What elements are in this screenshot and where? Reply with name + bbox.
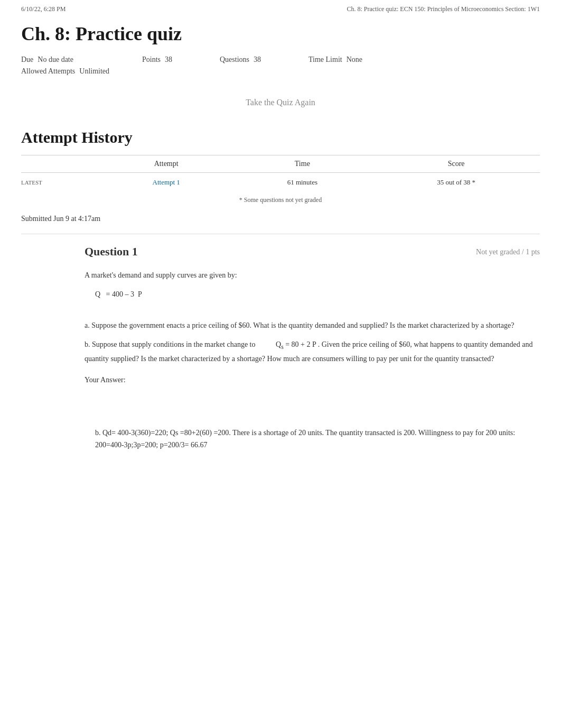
allowed-attempts-value: Unlimited <box>79 67 109 76</box>
attempt-time: 61 minutes <box>232 173 372 192</box>
question-equation: Q = 400 – 3 P <box>95 288 540 301</box>
time-limit-label: Time Limit <box>308 56 342 64</box>
allowed-attempts-label: Allowed Attempts <box>21 67 75 76</box>
col-score: Score <box>372 155 540 173</box>
take-quiz-button[interactable]: Take the Quiz Again <box>0 98 561 107</box>
answer-text: b. Qd= 400-3(360)=220; Qs =80+2(60) =200… <box>95 427 540 452</box>
attempt-table: Attempt Time Score LATEST Attempt 1 61 m… <box>21 155 540 192</box>
question-score: Not yet graded / 1 pts <box>476 245 540 256</box>
questions-label: Questions <box>220 56 249 64</box>
points-value: 38 <box>165 56 172 64</box>
question-part-a: a. Suppose the government enacts a price… <box>85 319 540 332</box>
attempt-score: 35 out of 38 * <box>372 173 540 192</box>
question-part-b: b. Suppose that supply conditions in the… <box>85 338 540 365</box>
page-title: Ch. 8: Practice quiz <box>0 19 561 53</box>
table-row: LATEST Attempt 1 61 minutes 35 out of 38… <box>21 173 540 192</box>
datetime: 6/10/22, 6:28 PM <box>21 5 66 13</box>
breadcrumb: Ch. 8: Practice quiz: ECN 150: Principle… <box>347 5 540 13</box>
attempt-history-title: Attempt History <box>21 128 540 146</box>
question-intro: A market's demand and supply curves are … <box>85 269 540 282</box>
due-label: Due <box>21 56 33 64</box>
time-limit-value: None <box>347 56 362 64</box>
question-title: Question 1 <box>85 245 138 259</box>
attempt-link[interactable]: Attempt 1 <box>153 178 180 186</box>
divider <box>21 234 540 234</box>
submitted-line: Submitted Jun 9 at 4:17am <box>0 204 561 228</box>
col-time: Time <box>232 155 372 173</box>
footnote: * Some questions not yet graded <box>21 196 540 204</box>
latest-label: LATEST <box>21 173 100 192</box>
due-value: No due date <box>38 56 73 64</box>
col-attempt: Attempt <box>100 155 232 173</box>
questions-value: 38 <box>254 56 261 64</box>
points-label: Points <box>142 56 161 64</box>
your-answer-label: Your Answer: <box>85 376 540 384</box>
